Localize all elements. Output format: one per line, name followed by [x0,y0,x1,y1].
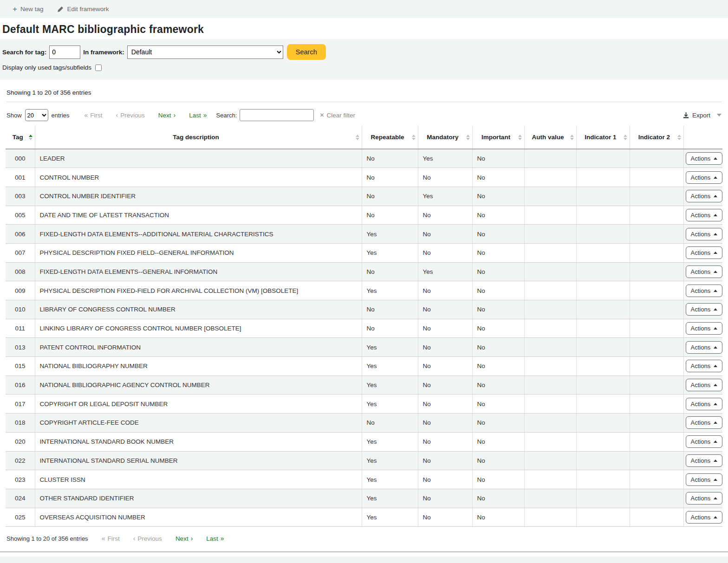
indicator-2-cell [630,508,683,527]
repeatable-cell: Yes [362,375,418,395]
actions-button[interactable]: Actions [686,454,723,467]
marc-tags-table: Tag Tag description Repeatable Mandatory… [6,126,722,527]
tag-cell: 008 [6,262,35,281]
auth-value-cell [524,375,576,395]
previous-page-button[interactable]: ‹Previous [133,535,162,542]
actions-button[interactable]: Actions [686,511,723,524]
actions-button[interactable]: Actions [686,246,723,259]
sort-icon [624,135,627,140]
last-page-button[interactable]: Last» [189,111,207,119]
display-only-checkbox[interactable] [95,65,102,71]
column-header-auth-value[interactable]: Auth value [524,126,576,149]
chevron-right-icon: › [191,535,193,542]
table-filter-input[interactable] [240,109,314,121]
last-page-button[interactable]: Last» [206,535,224,542]
first-page-button[interactable]: «First [102,535,120,542]
edit-framework-button[interactable]: Edit framework [57,6,109,13]
important-cell: No [472,262,524,281]
clear-filter-button[interactable]: ✕ Clear filter [319,112,355,119]
actions-button[interactable]: Actions [686,209,723,221]
actions-button[interactable]: Actions [686,152,723,165]
caret-up-icon [714,290,717,292]
chevron-left-icon: ‹ [116,111,118,119]
column-header-repeatable[interactable]: Repeatable [362,126,418,149]
important-cell: No [472,149,524,168]
actions-button[interactable]: Actions [686,492,723,505]
auth-value-cell [524,319,576,338]
actions-button[interactable]: Actions [686,228,723,240]
repeatable-cell: No [362,206,418,225]
column-header-tag[interactable]: Tag [6,126,35,149]
actions-button[interactable]: Actions [686,303,723,316]
important-cell: No [472,319,524,338]
column-header-important[interactable]: Important [472,126,524,149]
new-tag-button[interactable]: + New tag [13,5,43,13]
caret-up-icon [714,421,717,424]
actions-button[interactable]: Actions [686,190,723,202]
actions-button[interactable]: Actions [686,360,723,372]
caret-up-icon [714,233,717,235]
sort-icon [412,135,416,140]
entries-per-page-select[interactable]: 20 [25,109,48,121]
indicator-2-cell [630,262,683,281]
mandatory-cell: No [418,357,472,376]
indicator-1-cell [576,206,630,225]
column-header-indicator-2[interactable]: Indicator 2 [630,126,683,149]
table-row: 005 DATE AND TIME OF LATEST TRANSACTION … [6,206,722,225]
actions-button[interactable]: Actions [686,322,723,335]
column-header-indicator-1[interactable]: Indicator 1 [576,126,630,149]
table-row: 015 NATIONAL BIBLIOGRAPHY NUMBER Yes No … [6,357,722,376]
actions-button[interactable]: Actions [686,171,723,184]
next-page-button[interactable]: Next› [176,535,193,542]
caret-down-icon [717,114,722,116]
export-button[interactable]: Export [682,112,722,119]
show-label: Show [6,112,22,119]
table-row: 022 INTERNATIONAL STANDARD SERIAL NUMBER… [6,451,722,470]
actions-button[interactable]: Actions [686,265,723,278]
caret-up-icon [714,308,717,311]
tag-description-cell: CLUSTER ISSN [35,470,362,489]
actions-button[interactable]: Actions [686,435,723,448]
display-only-row: Display only used tags/subfields [2,64,728,71]
tag-description-cell: LEADER [35,149,362,168]
auth-value-cell [524,243,576,262]
previous-page-button[interactable]: ‹Previous [116,111,145,119]
indicator-1-cell [576,432,630,451]
table-row: 010 LIBRARY OF CONGRESS CONTROL NUMBER N… [6,300,722,319]
indicator-2-cell [630,489,683,508]
tag-search-input[interactable] [49,45,80,59]
column-header-tag-description[interactable]: Tag description [35,126,362,149]
chevron-double-right-icon: » [203,111,207,119]
auth-value-cell [524,489,576,508]
repeatable-cell: Yes [362,338,418,357]
actions-button[interactable]: Actions [686,416,723,429]
actions-button[interactable]: Actions [686,341,723,354]
table-controls: Show 20 entries «First ‹Previous Next› L… [6,109,722,122]
mandatory-cell: No [418,395,472,414]
actions-button[interactable]: Actions [686,285,723,297]
actions-button[interactable]: Actions [686,379,723,391]
indicator-1-cell [576,338,630,357]
auth-value-cell [524,508,576,527]
actions-button[interactable]: Actions [686,398,723,410]
important-cell: No [472,338,524,357]
next-page-button[interactable]: Next› [158,111,176,119]
caret-up-icon [714,214,717,216]
indicator-2-cell [630,187,683,206]
repeatable-cell: No [362,300,418,319]
actions-button[interactable]: Actions [686,473,723,486]
display-only-label: Display only used tags/subfields [2,64,91,71]
framework-select[interactable]: Default [127,45,283,59]
caret-up-icon [714,497,717,499]
pagination-bottom: «First ‹Previous Next› Last» [102,535,224,542]
search-button[interactable]: Search [287,44,326,60]
table-row: 008 FIXED-LENGTH DATA ELEMENTS--GENERAL … [6,262,722,281]
first-page-button[interactable]: «First [84,111,103,119]
repeatable-cell: Yes [362,395,418,414]
column-header-mandatory[interactable]: Mandatory [418,126,472,149]
sort-icon [518,135,522,140]
important-cell: No [472,225,524,244]
tag-cell: 020 [6,432,35,451]
indicator-1-cell [576,451,630,470]
repeatable-cell: Yes [362,432,418,451]
